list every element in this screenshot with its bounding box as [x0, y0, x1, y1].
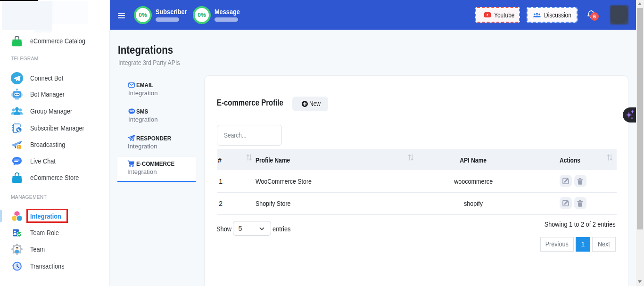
svg-text:SMS: SMS: [130, 110, 134, 113]
